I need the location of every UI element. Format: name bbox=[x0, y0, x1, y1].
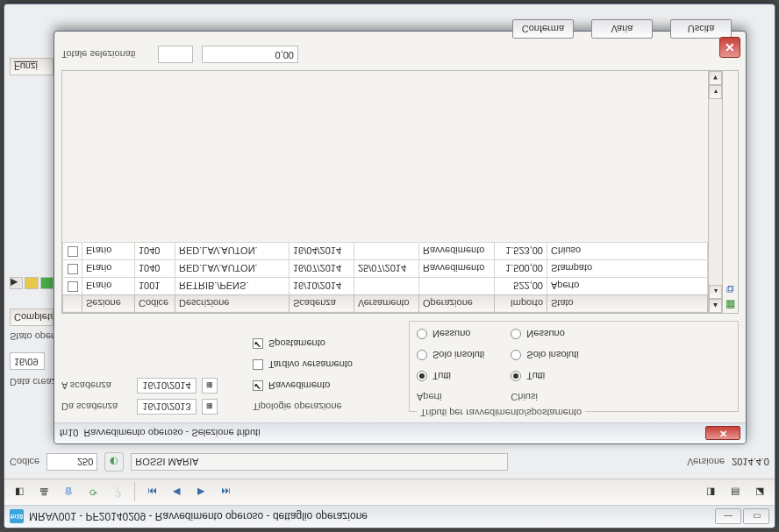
aperti-tutti-label: Tutti bbox=[432, 371, 451, 381]
aperti-tutti-radio[interactable] bbox=[417, 371, 427, 381]
print-icon[interactable]: 🖶 bbox=[34, 483, 54, 502]
codice-search-icon[interactable]: ◐ bbox=[104, 452, 124, 472]
panel-bottom-icon[interactable]: ◪ bbox=[750, 483, 769, 502]
nav-first-icon[interactable]: ⏮ bbox=[142, 483, 161, 502]
statoop-label: Stato operazione bbox=[10, 326, 54, 345]
calendar-icon[interactable]: ▦ bbox=[202, 378, 218, 394]
cell-descrizione: RED.LAV.AUTON. bbox=[175, 243, 289, 260]
main-title: MRAV001 - PF20140209 - Ravvedimento oper… bbox=[29, 511, 368, 523]
nav-last-icon[interactable]: ⏭ bbox=[216, 483, 235, 502]
uscita-button[interactable]: Uscita bbox=[670, 19, 732, 39]
tributi-table-wrap: Sezione Codice Descrizione Scadenza Vers… bbox=[61, 70, 739, 314]
col-operazione[interactable]: Operazione bbox=[419, 295, 495, 313]
a-scadenza-label: A scadenza bbox=[61, 380, 132, 391]
varia-button[interactable]: Varia bbox=[591, 19, 653, 39]
cell-codice: 1040 bbox=[135, 243, 175, 260]
cell-scadenza: 16/04/2014 bbox=[289, 243, 354, 260]
datacrea-label: Data creazione bbox=[10, 372, 54, 391]
cell-codice: 1001 bbox=[135, 278, 175, 295]
col-sel[interactable] bbox=[63, 295, 82, 313]
row-checkbox[interactable] bbox=[68, 247, 78, 258]
aperti-soloins-radio[interactable] bbox=[417, 350, 427, 360]
aperti-label: Aperti bbox=[417, 392, 442, 402]
table-row[interactable]: Erario1001RETRIB./PENS.16/10/2014522,00A… bbox=[63, 278, 708, 295]
col-scadenza[interactable]: Scadenza bbox=[289, 295, 354, 313]
da-scadenza-label: Da scadenza bbox=[61, 401, 132, 412]
tab-completate[interactable]: Completate bbox=[10, 309, 54, 326]
delete-icon[interactable]: 🗑 bbox=[59, 483, 78, 502]
tardivo-checkbox[interactable] bbox=[253, 359, 263, 370]
cell-sezione: Erario bbox=[82, 243, 135, 260]
led-2[interactable] bbox=[25, 277, 38, 289]
aperti-nessuno-radio[interactable] bbox=[417, 329, 427, 339]
chiusi-tutti-radio[interactable] bbox=[511, 371, 521, 381]
table-row[interactable]: Erario1040RED.LAV.AUTON.16/07/201425/07/… bbox=[63, 260, 708, 278]
panel-left-icon[interactable]: ◨ bbox=[701, 483, 720, 502]
totale-amount: 0,00 bbox=[202, 46, 298, 63]
table-row[interactable]: Erario1040RED.LAV.AUTON.16/04/2014Ravved… bbox=[63, 243, 708, 260]
spostamento-checkbox[interactable] bbox=[253, 338, 263, 349]
dialog-titlebar: fn10 Ravvedimento operoso - Selezione tr… bbox=[54, 422, 746, 443]
a-scadenza-input[interactable] bbox=[137, 378, 197, 394]
main-titlebar: fn10 MRAV001 - PF20140209 - Ravvedimento… bbox=[4, 505, 775, 528]
nav-led-strip: ▶ bbox=[10, 277, 54, 289]
menu-funzioni[interactable]: Funzi bbox=[10, 58, 54, 75]
dialog-close-button[interactable]: ✕ bbox=[705, 427, 740, 441]
totale-count bbox=[158, 46, 193, 63]
codice-name-field bbox=[131, 453, 508, 471]
row-checkbox[interactable] bbox=[68, 265, 78, 275]
col-versamento[interactable]: Versamento bbox=[354, 295, 419, 313]
dialog-title: Ravvedimento operoso - Selezione tributi bbox=[83, 429, 260, 439]
dialog-bottom-close-icon[interactable]: ✕ bbox=[719, 37, 740, 58]
led-1[interactable]: ▶ bbox=[10, 277, 23, 289]
row-checkbox[interactable] bbox=[68, 282, 78, 293]
cell-sezione: Erario bbox=[82, 260, 135, 278]
col-stato[interactable]: Stato bbox=[547, 295, 708, 313]
da-scadenza-input[interactable] bbox=[137, 399, 197, 415]
cell-stato: Chiuso bbox=[547, 243, 708, 260]
cell-operazione bbox=[419, 278, 495, 295]
calendar-icon[interactable]: ▦ bbox=[202, 399, 218, 415]
aperti-soloins-label: Solo insoluti bbox=[432, 350, 484, 360]
filter-panel: Da scadenza ▦ A scadenza ▦ Tipologie ope… bbox=[61, 321, 739, 415]
nav-prev-icon[interactable]: ◀ bbox=[167, 483, 186, 502]
table-scrollbar[interactable]: ▲ ▴ ▾ ▼ bbox=[708, 71, 722, 313]
scroll-down-icon[interactable]: ▼ bbox=[709, 71, 722, 85]
col-codice[interactable]: Codice bbox=[135, 295, 175, 313]
chiusi-nessuno-radio[interactable] bbox=[511, 329, 521, 339]
help-icon[interactable]: ❔ bbox=[108, 483, 127, 502]
totale-label: Totale selezionati bbox=[61, 49, 149, 60]
refresh-icon[interactable]: ⟳ bbox=[83, 483, 103, 502]
table-excel-icon[interactable]: ▦ bbox=[723, 297, 738, 313]
col-importo[interactable]: Importo bbox=[495, 295, 547, 313]
col-descrizione[interactable]: Descrizione bbox=[175, 295, 289, 313]
main-window: fn10 MRAV001 - PF20140209 - Ravvedimento… bbox=[4, 4, 775, 528]
scroll-up-icon[interactable]: ▲ bbox=[709, 299, 722, 313]
chiusi-nessuno-label: Nessuno bbox=[526, 329, 564, 339]
datacrea-value[interactable]: 16/09 bbox=[10, 352, 45, 370]
table-copy-icon[interactable]: ⧉ bbox=[723, 281, 738, 297]
col-sezione[interactable]: Sezione bbox=[82, 295, 135, 313]
nav-next-icon[interactable]: ▶ bbox=[191, 483, 211, 502]
chiusi-soloins-label: Solo insoluti bbox=[526, 350, 578, 360]
led-3[interactable] bbox=[40, 277, 54, 289]
tributi-legend: Tributi per ravvedimento/spostamento bbox=[417, 408, 585, 418]
chiusi-label: Chiusi bbox=[511, 392, 538, 402]
panel-right-icon[interactable]: ▤ bbox=[725, 483, 745, 502]
minimize-button[interactable]: — bbox=[715, 509, 741, 525]
chiusi-soloins-radio[interactable] bbox=[511, 350, 521, 360]
tributi-table: Sezione Codice Descrizione Scadenza Vers… bbox=[62, 242, 708, 313]
cell-descrizione: RETRIB./PENS. bbox=[175, 278, 289, 295]
cell-operazione: Ravvedimento bbox=[419, 243, 495, 260]
maximize-button[interactable]: ▭ bbox=[743, 509, 769, 525]
codice-input[interactable] bbox=[46, 453, 97, 471]
conferma-button[interactable]: Conferma bbox=[512, 19, 574, 39]
back-icon[interactable]: ◧ bbox=[10, 483, 29, 502]
dialog-buttonbar: Conferma Varia Uscita bbox=[61, 19, 739, 39]
cell-operazione: Ravvedimento bbox=[419, 260, 495, 278]
scroll-down2-icon[interactable]: ▾ bbox=[709, 85, 722, 99]
ravvedimento-checkbox[interactable] bbox=[253, 380, 263, 391]
cell-stato: Aperto bbox=[547, 278, 708, 295]
scroll-up2-icon[interactable]: ▴ bbox=[709, 285, 722, 299]
scroll-track[interactable] bbox=[709, 99, 722, 285]
